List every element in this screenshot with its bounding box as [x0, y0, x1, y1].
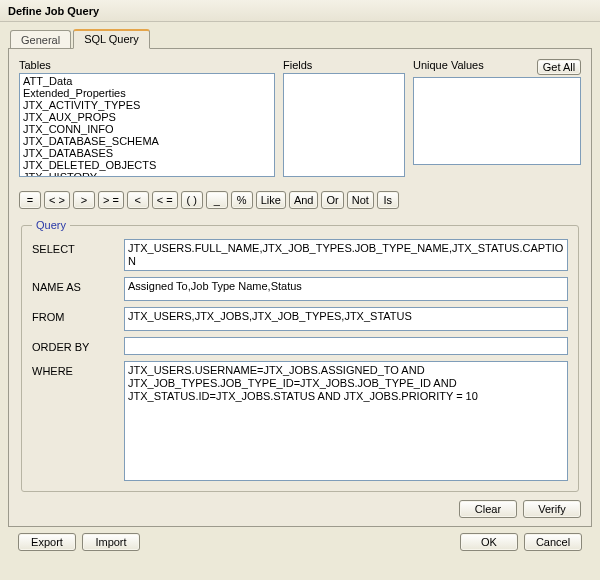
orderby-field[interactable]	[124, 337, 568, 355]
op-less-button[interactable]: <	[127, 191, 149, 209]
verify-button[interactable]: Verify	[523, 500, 581, 518]
op-not-equals-button[interactable]: < >	[44, 191, 70, 209]
title-bar: Define Job Query	[0, 0, 600, 22]
op-greater-button[interactable]: >	[73, 191, 95, 209]
where-label: WHERE	[32, 361, 124, 377]
fields-label: Fields	[283, 59, 405, 71]
tables-listbox[interactable]: ATT_Data Extended_Properties JTX_ACTIVIT…	[19, 73, 275, 177]
tab-panel-sql: Tables ATT_Data Extended_Properties JTX_…	[8, 48, 592, 527]
query-legend: Query	[32, 219, 70, 231]
operators-row: = < > > > = < < = ( ) _ % Like And Or No…	[19, 191, 581, 209]
op-or-button[interactable]: Or	[321, 191, 343, 209]
orderby-label: ORDER BY	[32, 337, 124, 353]
from-field[interactable]	[124, 307, 568, 331]
ok-button[interactable]: OK	[460, 533, 518, 551]
op-parens-button[interactable]: ( )	[181, 191, 203, 209]
op-less-equal-button[interactable]: < =	[152, 191, 178, 209]
op-is-button[interactable]: Is	[377, 191, 399, 209]
list-item[interactable]: ATT_Data	[21, 75, 273, 87]
list-item[interactable]: JTX_DATABASES	[21, 147, 273, 159]
dialog-body: General SQL Query Tables ATT_Data Extend…	[0, 22, 600, 561]
tables-label: Tables	[19, 59, 275, 71]
op-greater-equal-button[interactable]: > =	[98, 191, 124, 209]
query-group: Query SELECT NAME AS FROM ORDER BY WHERE	[21, 219, 579, 492]
list-item[interactable]: JTX_DATABASE_SCHEMA	[21, 135, 273, 147]
select-field[interactable]	[124, 239, 568, 271]
op-equals-button[interactable]: =	[19, 191, 41, 209]
fields-column: Fields	[283, 59, 405, 177]
tab-sql-query[interactable]: SQL Query	[73, 29, 150, 49]
panel-footer: Clear Verify	[19, 500, 581, 518]
list-item[interactable]: JTX_AUX_PROPS	[21, 111, 273, 123]
tab-general[interactable]: General	[10, 30, 71, 49]
nameas-label: NAME AS	[32, 277, 124, 293]
from-label: FROM	[32, 307, 124, 323]
op-and-button[interactable]: And	[289, 191, 319, 209]
list-item[interactable]: JTX_CONN_INFO	[21, 123, 273, 135]
dialog-footer: Export Import OK Cancel	[6, 527, 594, 557]
list-item[interactable]: JTX_HISTORY	[21, 171, 273, 177]
fields-listbox[interactable]	[283, 73, 405, 177]
import-button[interactable]: Import	[82, 533, 140, 551]
select-label: SELECT	[32, 239, 124, 255]
where-field[interactable]	[124, 361, 568, 481]
cancel-button[interactable]: Cancel	[524, 533, 582, 551]
unique-values-listbox[interactable]	[413, 77, 581, 165]
tabstrip: General SQL Query	[10, 28, 594, 48]
list-item[interactable]: JTX_ACTIVITY_TYPES	[21, 99, 273, 111]
tables-column: Tables ATT_Data Extended_Properties JTX_…	[19, 59, 275, 177]
get-all-button[interactable]: Get All	[537, 59, 581, 75]
unique-values-label: Unique Values	[413, 59, 531, 71]
op-not-button[interactable]: Not	[347, 191, 374, 209]
top-lists-row: Tables ATT_Data Extended_Properties JTX_…	[19, 59, 581, 177]
list-item[interactable]: Extended_Properties	[21, 87, 273, 99]
export-button[interactable]: Export	[18, 533, 76, 551]
list-item[interactable]: JTX_DELETED_OBJECTS	[21, 159, 273, 171]
unique-column: Unique Values Get All	[413, 59, 581, 165]
op-percent-button[interactable]: %	[231, 191, 253, 209]
op-like-button[interactable]: Like	[256, 191, 286, 209]
op-underscore-button[interactable]: _	[206, 191, 228, 209]
window-title: Define Job Query	[8, 5, 99, 17]
nameas-field[interactable]	[124, 277, 568, 301]
clear-button[interactable]: Clear	[459, 500, 517, 518]
